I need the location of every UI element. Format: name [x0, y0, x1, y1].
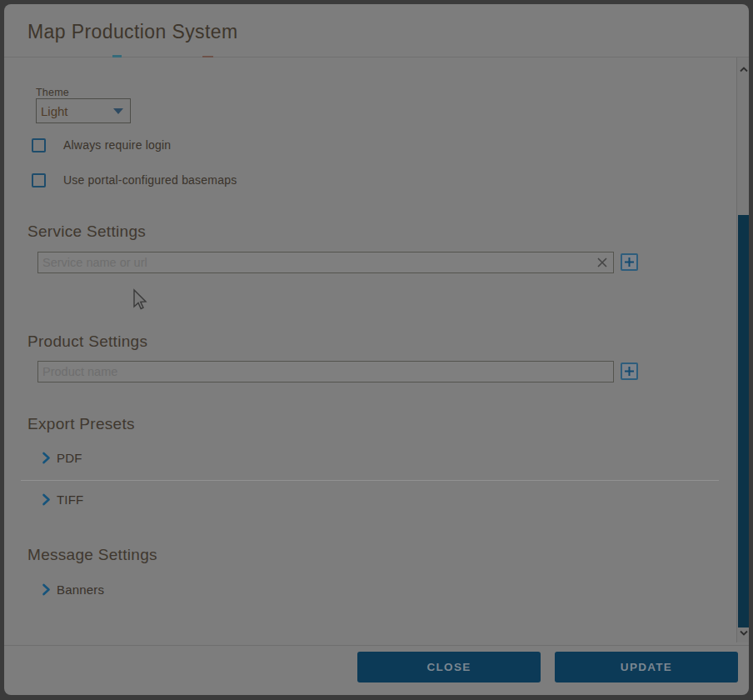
banners-row[interactable]: Banners — [42, 582, 104, 597]
always-require-login-checkbox[interactable] — [32, 138, 46, 152]
always-require-login-label: Always require login — [63, 138, 171, 152]
pdf-row-label: PDF — [57, 451, 82, 465]
dialog-title: Map Production System — [27, 21, 238, 43]
footer-divider — [4, 645, 749, 646]
export-preset-pdf-row[interactable]: PDF — [42, 451, 82, 465]
banners-row-label: Banners — [57, 582, 104, 597]
scrolled-content-sliver — [112, 55, 122, 58]
chevron-up-icon[interactable] — [737, 62, 749, 76]
mouse-cursor — [131, 288, 149, 312]
product-input-wrap — [37, 361, 614, 382]
message-settings-heading: Message Settings — [27, 546, 157, 564]
service-name-input[interactable] — [38, 252, 591, 272]
update-button[interactable]: UPDATE — [555, 652, 738, 682]
service-input-wrap — [37, 252, 614, 273]
portal-basemaps-checkbox[interactable] — [32, 173, 46, 188]
scrollbar-thumb[interactable] — [738, 215, 749, 628]
add-product-button[interactable] — [621, 362, 638, 380]
portal-basemaps-label: Use portal-configured basemaps — [63, 173, 237, 187]
product-name-input[interactable] — [38, 362, 613, 382]
map-production-system-dialog: Map Production System Theme Light Always… — [4, 4, 749, 695]
theme-select-value: Light — [41, 104, 68, 118]
theme-label: Theme — [36, 87, 69, 98]
close-button[interactable]: CLOSE — [357, 652, 541, 682]
chevron-right-icon — [42, 452, 51, 464]
service-settings-heading: Service Settings — [27, 222, 146, 241]
x-icon[interactable] — [591, 252, 613, 272]
chevron-right-icon — [42, 583, 51, 596]
export-preset-tiff-row[interactable]: TIFF — [42, 492, 83, 507]
product-settings-heading: Product Settings — [27, 332, 147, 351]
add-service-button[interactable] — [621, 253, 638, 271]
export-presets-heading: Export Presets — [27, 415, 135, 433]
plus-icon — [624, 257, 635, 268]
chevron-down-icon[interactable] — [737, 626, 749, 639]
scrolled-content-sliver-2 — [202, 56, 213, 58]
caret-down-icon — [113, 108, 123, 114]
plus-icon — [624, 366, 635, 377]
tiff-row-label: TIFF — [57, 492, 83, 507]
theme-select[interactable]: Light — [36, 98, 131, 123]
chevron-right-icon — [42, 493, 51, 506]
vertical-scrollbar[interactable] — [736, 58, 749, 642]
row-divider — [21, 480, 719, 481]
